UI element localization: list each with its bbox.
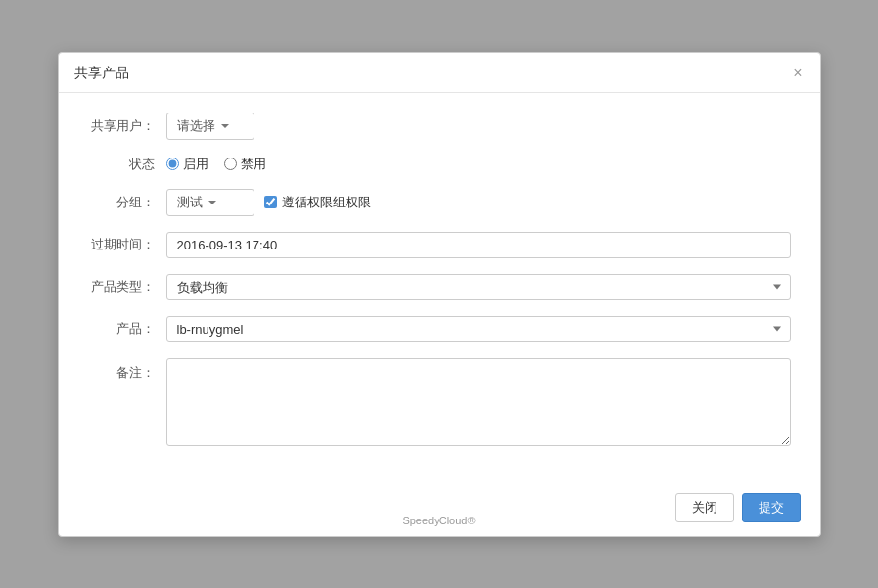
- dialog-footer: SpeedyCloud® 关闭 提交: [59, 481, 820, 536]
- product-type-control: 负载均衡: [166, 274, 791, 300]
- product-label: 产品：: [88, 320, 166, 338]
- remark-control: [166, 358, 791, 446]
- remark-textarea[interactable]: [166, 358, 791, 446]
- expire-time-label: 过期时间：: [88, 236, 166, 253]
- status-disabled-radio[interactable]: [224, 158, 237, 170]
- product-select[interactable]: lb-rnuygmel: [166, 316, 791, 342]
- speedy-cloud-logo: SpeedyCloud®: [402, 515, 475, 526]
- group-dropdown-caret-icon: [208, 201, 216, 204]
- share-user-label: 共享用户：: [88, 117, 166, 135]
- status-control: 启用 禁用: [166, 156, 791, 173]
- status-enabled-radio[interactable]: [166, 158, 179, 170]
- group-permission-checkbox-label[interactable]: 遵循权限组权限: [264, 194, 371, 211]
- status-row: 状态 启用 禁用: [88, 156, 791, 173]
- expire-time-control: [166, 232, 791, 258]
- dropdown-caret-icon: [221, 124, 229, 128]
- close-button[interactable]: 关闭: [675, 493, 734, 522]
- product-type-select[interactable]: 负载均衡: [166, 274, 791, 300]
- group-permission-text: 遵循权限组权限: [282, 194, 371, 211]
- share-user-row: 共享用户： 请选择: [88, 113, 791, 140]
- group-inner-row: 测试 遵循权限组权限: [166, 189, 371, 216]
- product-type-select-wrap: 负载均衡: [166, 274, 791, 300]
- expire-time-input[interactable]: [166, 232, 791, 258]
- logo-symbol: ®: [467, 515, 475, 526]
- status-label: 状态: [88, 156, 166, 173]
- status-enabled-label: 启用: [183, 156, 208, 173]
- dialog-title: 共享产品: [74, 65, 129, 82]
- status-radio-group: 启用 禁用: [166, 156, 266, 173]
- product-type-row: 产品类型： 负载均衡: [88, 274, 791, 300]
- product-select-wrap: lb-rnuygmel: [166, 316, 791, 342]
- remark-row: 备注：: [88, 358, 791, 446]
- expire-time-row: 过期时间：: [88, 232, 791, 258]
- group-permission-checkbox[interactable]: [264, 196, 277, 208]
- share-user-dropdown-text: 请选择: [177, 117, 215, 135]
- remark-label: 备注：: [88, 358, 166, 382]
- dialog-overlay: 共享产品 × 共享用户： 请选择 状态: [0, 0, 878, 588]
- share-product-dialog: 共享产品 × 共享用户： 请选择 状态: [58, 52, 821, 537]
- dialog-header: 共享产品 ×: [59, 53, 820, 93]
- group-row: 分组： 测试 遵循权限组权限: [88, 189, 791, 216]
- status-disabled-label: 禁用: [241, 156, 266, 173]
- share-user-control: 请选择: [166, 113, 791, 140]
- product-control: lb-rnuygmel: [166, 316, 791, 342]
- logo-text: SpeedyCloud: [402, 515, 467, 526]
- group-dropdown[interactable]: 测试: [166, 189, 254, 216]
- group-control: 测试 遵循权限组权限: [166, 189, 791, 216]
- dialog-close-button[interactable]: ×: [791, 66, 804, 81]
- group-dropdown-text: 测试: [177, 194, 203, 211]
- status-disabled-option[interactable]: 禁用: [224, 156, 266, 173]
- status-enabled-option[interactable]: 启用: [166, 156, 208, 173]
- share-user-dropdown[interactable]: 请选择: [166, 113, 254, 140]
- group-label: 分组：: [88, 194, 166, 211]
- dialog-body: 共享用户： 请选择 状态 启用: [59, 93, 820, 481]
- product-row: 产品： lb-rnuygmel: [88, 316, 791, 342]
- product-type-label: 产品类型：: [88, 278, 166, 295]
- submit-button[interactable]: 提交: [742, 493, 801, 522]
